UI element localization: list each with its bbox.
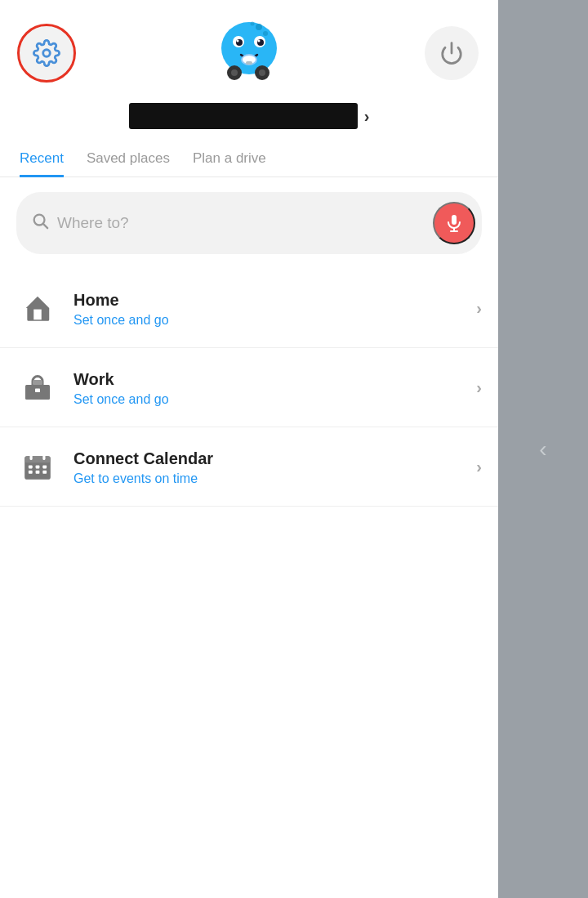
header	[0, 0, 498, 100]
search-section: Where to?	[0, 177, 498, 269]
list-item-work[interactable]: Work Set once and go ›	[0, 348, 498, 427]
svg-point-13	[259, 69, 265, 76]
main-panel: › Recent Saved places Plan a drive Where…	[0, 0, 498, 898]
home-item-text: Home Set once and go	[74, 289, 461, 328]
svg-point-14	[256, 24, 262, 30]
settings-button[interactable]	[20, 26, 74, 80]
username-redacted	[129, 103, 358, 129]
svg-line-19	[43, 224, 47, 228]
side-panel: ‹	[498, 0, 588, 898]
calendar-subtitle: Get to events on time	[74, 471, 461, 486]
list-item-home[interactable]: Home Set once and go ›	[0, 269, 498, 348]
search-icon	[31, 212, 49, 235]
power-button[interactable]	[425, 26, 479, 80]
svg-rect-31	[36, 465, 40, 468]
calendar-title: Connect Calendar	[74, 448, 461, 469]
collapse-chevron-icon[interactable]: ‹	[539, 436, 546, 462]
svg-point-1	[221, 22, 277, 74]
calendar-chevron-icon: ›	[476, 458, 482, 476]
work-chevron-icon: ›	[476, 378, 482, 397]
svg-point-6	[237, 40, 239, 42]
svg-rect-30	[29, 465, 33, 468]
svg-rect-25	[35, 389, 40, 393]
voice-search-button[interactable]	[433, 202, 475, 244]
home-subtitle: Set once and go	[74, 313, 461, 328]
tab-recent[interactable]: Recent	[20, 142, 64, 177]
search-bar[interactable]: Where to?	[16, 192, 482, 254]
calendar-icon	[16, 445, 59, 488]
calendar-item-text: Connect Calendar Get to events on time	[74, 448, 461, 486]
svg-rect-32	[42, 465, 47, 468]
svg-point-16	[251, 22, 255, 26]
svg-rect-33	[29, 471, 33, 474]
svg-rect-27	[24, 456, 51, 462]
list-section: Home Set once and go › Work Set once and…	[0, 269, 498, 898]
list-item-calendar[interactable]: Connect Calendar Get to events on time ›	[0, 427, 498, 507]
svg-rect-34	[36, 471, 40, 474]
home-title: Home	[74, 289, 461, 311]
mic-icon	[444, 213, 464, 233]
waze-logo	[212, 16, 286, 90]
tab-saved-places[interactable]: Saved places	[87, 142, 170, 177]
power-icon	[439, 41, 464, 65]
work-title: Work	[74, 369, 461, 390]
search-placeholder[interactable]: Where to?	[57, 214, 425, 232]
work-icon	[16, 366, 59, 409]
work-subtitle: Set once and go	[74, 392, 461, 407]
svg-point-0	[43, 50, 51, 57]
username-arrow: ›	[364, 107, 370, 126]
work-item-text: Work Set once and go	[74, 369, 461, 407]
waze-character	[216, 17, 282, 89]
tab-plan-drive[interactable]: Plan a drive	[193, 142, 266, 177]
svg-rect-24	[33, 380, 42, 385]
svg-rect-9	[246, 61, 252, 65]
gear-icon	[33, 39, 60, 67]
svg-rect-35	[42, 471, 47, 474]
username-row[interactable]: ›	[0, 100, 498, 142]
svg-point-7	[258, 40, 261, 42]
home-chevron-icon: ›	[476, 299, 482, 318]
tabs-container: Recent Saved places Plan a drive	[0, 142, 498, 177]
svg-point-15	[263, 31, 268, 36]
svg-rect-20	[452, 215, 457, 225]
home-icon	[16, 287, 59, 329]
svg-point-11	[231, 69, 238, 76]
